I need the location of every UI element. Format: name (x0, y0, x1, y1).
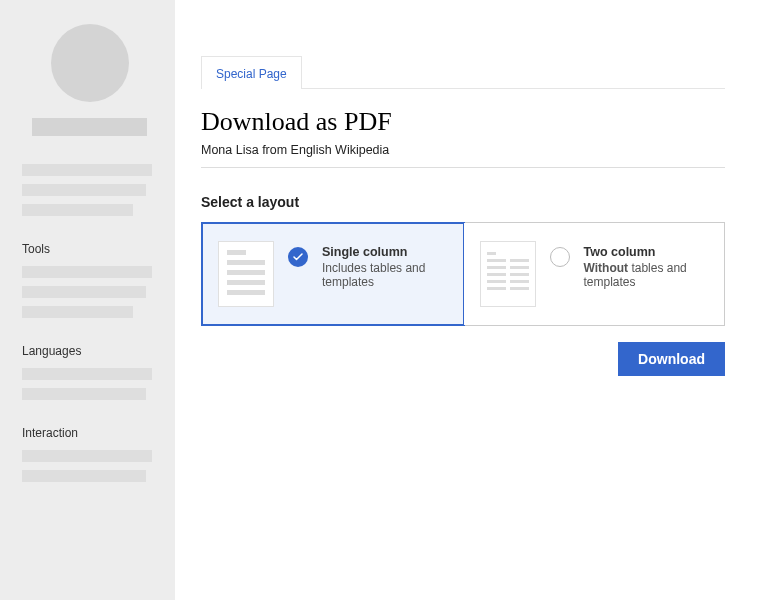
avatar-placeholder (51, 24, 129, 102)
sidebar: Tools Languages Interaction (0, 0, 175, 600)
tab-bar: Special Page (201, 56, 725, 89)
main-content: Special Page Download as PDF Mona Lisa f… (175, 0, 765, 600)
layout-option-text: Two column Without tables and templates (584, 245, 709, 289)
sidebar-section-tools: Tools (22, 242, 157, 256)
placeholder-line (22, 306, 133, 318)
page-title: Download as PDF (201, 107, 725, 137)
layout-heading: Select a layout (201, 194, 725, 210)
sidebar-section-interaction: Interaction (22, 426, 157, 440)
page-subtitle: Mona Lisa from English Wikipedia (201, 143, 725, 168)
placeholder-line (22, 450, 152, 462)
placeholder-line (22, 266, 152, 278)
action-bar: Download (201, 342, 725, 376)
placeholder-line (22, 368, 152, 380)
layout-options: Single column Includes tables and templa… (201, 222, 725, 326)
name-placeholder (32, 118, 147, 136)
download-button[interactable]: Download (618, 342, 725, 376)
tab-special-page[interactable]: Special Page (201, 56, 302, 89)
placeholder-line (22, 388, 146, 400)
layout-option-title: Two column (584, 245, 709, 259)
layout-option-desc: Includes tables and templates (322, 261, 447, 289)
placeholder-line (22, 286, 146, 298)
placeholder-line (22, 204, 133, 216)
single-column-thumb (218, 241, 274, 307)
radio-checked-icon (288, 247, 308, 267)
layout-option-desc: Without tables and templates (584, 261, 709, 289)
layout-option-text: Single column Includes tables and templa… (322, 245, 447, 289)
placeholder-line (22, 164, 152, 176)
placeholder-line (22, 470, 146, 482)
layout-option-single[interactable]: Single column Includes tables and templa… (202, 223, 464, 325)
layout-option-two[interactable]: Two column Without tables and templates (464, 223, 725, 325)
placeholder-line (22, 184, 146, 196)
sidebar-section-languages: Languages (22, 344, 157, 358)
layout-option-title: Single column (322, 245, 447, 259)
two-column-thumb (480, 241, 536, 307)
radio-unchecked-icon (550, 247, 570, 267)
